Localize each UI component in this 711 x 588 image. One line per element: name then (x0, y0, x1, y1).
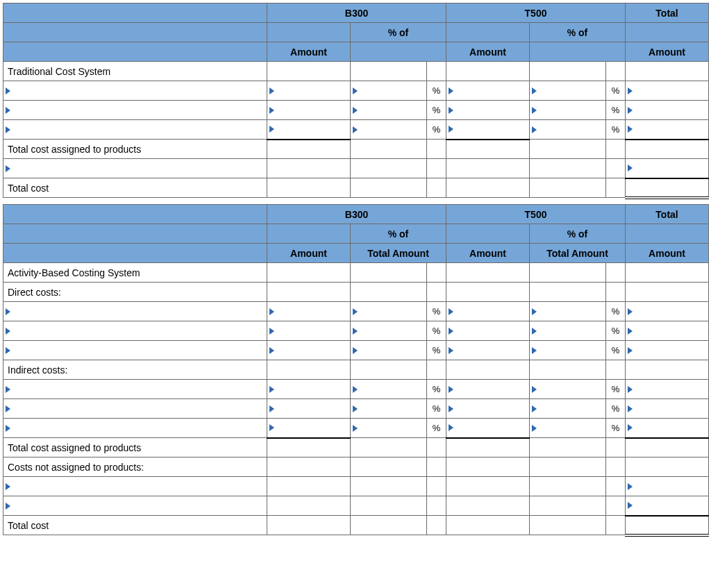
t500-amount-select[interactable] (446, 419, 530, 438)
cost-item-select[interactable] (3, 321, 267, 341)
total-subtotal (626, 140, 709, 159)
b300-pct-select[interactable] (351, 302, 427, 321)
cost-item-select[interactable] (3, 419, 267, 438)
total-amount-select[interactable] (626, 341, 709, 360)
t500-pct-select[interactable] (530, 120, 606, 140)
t500-pct-select[interactable] (530, 321, 606, 341)
t500-pct-select[interactable] (530, 101, 606, 120)
cost-item-select[interactable] (3, 302, 267, 321)
table-row: % % (3, 341, 709, 360)
header-pctof-t500: % of (530, 224, 626, 244)
total-amount-select[interactable] (626, 496, 709, 516)
table-row: % % (3, 321, 709, 341)
traditional-total-assigned: Total cost assigned to products (3, 140, 267, 159)
total-amount-select[interactable] (626, 477, 709, 496)
b300-pct-select[interactable] (351, 419, 427, 438)
cost-item-select[interactable] (3, 120, 267, 140)
header-total: Total (626, 3, 709, 23)
total-amount-select[interactable] (626, 419, 709, 438)
t500-pct-select[interactable] (530, 341, 606, 360)
abc-direct-label: Direct costs: (3, 283, 267, 302)
pct-label: % (606, 81, 626, 101)
cost-item-select[interactable] (3, 81, 267, 101)
b300-amount-select[interactable] (267, 321, 351, 341)
header-b300: B300 (267, 205, 446, 224)
grand-total (626, 178, 709, 198)
b300-amount-select[interactable] (267, 302, 351, 321)
abc-total-assigned: Total cost assigned to products (3, 438, 267, 457)
t500-amount-select[interactable] (446, 380, 530, 399)
header-amount-b300: Amount (267, 244, 351, 263)
total-amount-select[interactable] (626, 399, 709, 419)
traditional-title: Traditional Cost System (3, 62, 267, 81)
t500-pct-select[interactable] (530, 419, 606, 438)
b300-pct-select[interactable] (351, 321, 427, 341)
header-amount-t500: Amount (446, 42, 530, 62)
abc-title: Activity-Based Costing System (3, 263, 267, 283)
header-blank (3, 3, 267, 23)
t500-amount-select[interactable] (446, 399, 530, 419)
table-row (3, 477, 709, 496)
b300-amount-select[interactable] (267, 419, 351, 438)
b300-pct-select[interactable] (351, 101, 427, 120)
t500-pct-select[interactable] (530, 380, 606, 399)
cost-item-select[interactable] (3, 399, 267, 419)
b300-amount-select[interactable] (267, 81, 351, 101)
table-row: % % (3, 419, 709, 438)
b300-amount-select[interactable] (267, 120, 351, 140)
table-row (3, 496, 709, 516)
header-amount-total: Amount (626, 244, 709, 263)
t500-pct-select[interactable] (530, 302, 606, 321)
abc-indirect-label: Indirect costs: (3, 360, 267, 380)
abc-total-cost: Total cost (3, 516, 267, 535)
header-amount-t500: Amount (446, 244, 530, 263)
total-amount-select[interactable] (626, 380, 709, 399)
t500-amount-select[interactable] (446, 101, 530, 120)
b300-amount-select[interactable] (267, 341, 351, 360)
header-pctof-b300: % of (351, 23, 446, 42)
t500-subtotal (446, 140, 530, 159)
total-amount-select[interactable] (626, 159, 709, 178)
header-t500: T500 (446, 3, 626, 23)
total-amount-select[interactable] (626, 81, 709, 101)
b300-pct-select[interactable] (351, 399, 427, 419)
t500-amount-select[interactable] (446, 321, 530, 341)
header-totalamount-b300: Total Amount (351, 244, 446, 263)
cost-item-select[interactable] (3, 496, 267, 516)
b300-pct-select[interactable] (351, 120, 427, 140)
t500-amount-select[interactable] (446, 120, 530, 140)
header-totalamount-t500: Total Amount (530, 244, 626, 263)
header-t500: T500 (446, 205, 626, 224)
total-amount-select[interactable] (626, 101, 709, 120)
table-row: % % (3, 380, 709, 399)
table-row: % % (3, 399, 709, 419)
b300-amount-select[interactable] (267, 399, 351, 419)
total-amount-select[interactable] (626, 321, 709, 341)
header-pctof-t500: % of (530, 23, 626, 42)
t500-amount-select[interactable] (446, 81, 530, 101)
table-row: % % (3, 81, 709, 101)
b300-pct-select[interactable] (351, 81, 427, 101)
b300-pct-select[interactable] (351, 380, 427, 399)
abc-not-assigned: Costs not assigned to products: (3, 457, 267, 477)
b300-amount-select[interactable] (267, 380, 351, 399)
cost-item-select[interactable] (3, 341, 267, 360)
traditional-cost-table: B300 T500 Total % of % of Amount Amount … (3, 3, 709, 537)
t500-pct-select[interactable] (530, 399, 606, 419)
header-pctof-b300: % of (351, 224, 446, 244)
table-row: % % (3, 101, 709, 120)
table-row: % % (3, 120, 709, 140)
t500-amount-select[interactable] (446, 341, 530, 360)
cost-item-select[interactable] (3, 380, 267, 399)
cost-item-select[interactable] (3, 477, 267, 496)
cost-item-select[interactable] (3, 159, 267, 178)
b300-pct-select[interactable] (351, 341, 427, 360)
cost-item-select[interactable] (3, 101, 267, 120)
traditional-total-cost: Total cost (3, 178, 267, 198)
total-amount-select[interactable] (626, 120, 709, 140)
t500-pct-select[interactable] (530, 81, 606, 101)
b300-amount-select[interactable] (267, 101, 351, 120)
total-amount-select[interactable] (626, 302, 709, 321)
header-b300: B300 (267, 3, 446, 23)
t500-amount-select[interactable] (446, 302, 530, 321)
